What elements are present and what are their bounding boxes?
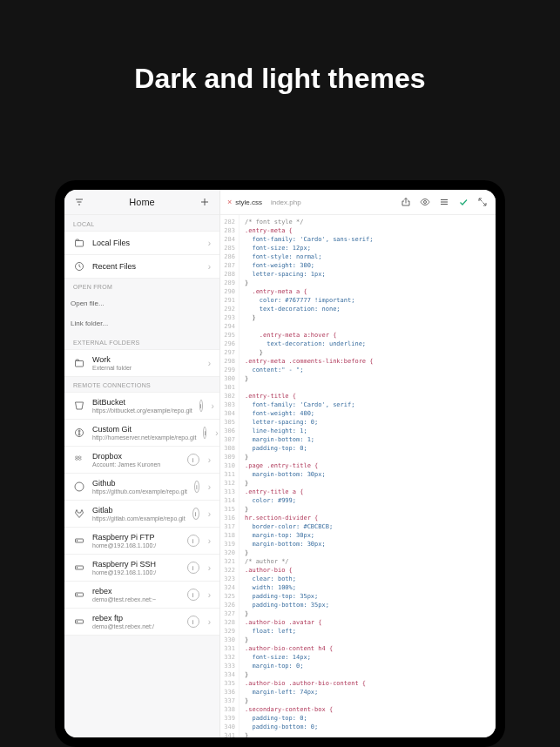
- chevron-right-icon: ›: [208, 590, 211, 600]
- item-subtitle: demo@test.rebex.net:~: [92, 596, 180, 602]
- check-icon[interactable]: [457, 196, 469, 208]
- list-item[interactable]: rebexdemo@test.rebex.net:~i›: [64, 581, 219, 609]
- list-item[interactable]: Githubhttps://github.com/example/repo.gi…: [64, 473, 219, 501]
- chevron-right-icon: ›: [208, 455, 211, 465]
- line-numbers: 282 283 284 285 286 287 288 289 290 291 …: [220, 215, 240, 737]
- info-icon[interactable]: i: [187, 589, 199, 601]
- list-item[interactable]: rebex ftpdemo@test.rebex.net:/i›: [64, 608, 219, 636]
- item-title: Local Files: [92, 239, 201, 247]
- list-item[interactable]: WorkExternal folder›: [64, 349, 219, 377]
- svg-point-18: [77, 595, 78, 596]
- github-icon: [73, 481, 85, 493]
- item-title: Dropbox: [92, 452, 180, 461]
- editor: × style.css index.php 282 283 284 285 28…: [220, 190, 496, 737]
- item-title: Work: [92, 355, 201, 364]
- item-subtitle: External folder: [92, 365, 201, 371]
- section-remote: REMOTE CONNECTIONS: [64, 376, 219, 392]
- sidebar: Home LOCAL Local Files›Recent Files› OPE…: [64, 190, 220, 737]
- item-title: Recent Files: [92, 262, 201, 271]
- list-item[interactable]: Gitlabhttps://gitlab.com/example/repo.gi…: [64, 500, 219, 528]
- chevron-right-icon: ›: [208, 482, 211, 492]
- headline: Dark and light themes: [0, 0, 560, 95]
- info-icon[interactable]: i: [187, 454, 199, 466]
- tab-index-php[interactable]: index.php: [271, 199, 301, 206]
- info-icon[interactable]: i: [199, 400, 203, 412]
- expand-icon[interactable]: [476, 196, 489, 208]
- svg-point-16: [77, 568, 78, 569]
- item-subtitle: Account: James Kuronen: [92, 461, 180, 468]
- item-subtitle: http://homeserver.net/example/repo.git: [92, 434, 196, 441]
- section-external: EXTERNAL FOLDERS: [64, 333, 219, 349]
- tab-label: style.css: [235, 199, 262, 206]
- list-item[interactable]: Local Files›: [64, 231, 219, 255]
- section-open-from: OPEN FROM: [64, 278, 219, 293]
- svg-point-12: [75, 482, 84, 491]
- folder-icon: [73, 237, 85, 249]
- editor-tabbar: × style.css index.php: [220, 190, 496, 215]
- link-folder-button[interactable]: Link folder...: [64, 313, 219, 333]
- section-local: LOCAL: [64, 215, 219, 231]
- bitbucket-icon: [73, 400, 85, 412]
- item-title: Gitlab: [92, 506, 186, 515]
- item-subtitle: https://gitlab.com/example/repo.git: [92, 515, 186, 522]
- item-title: Custom Git: [92, 425, 196, 434]
- svg-rect-5: [76, 241, 84, 247]
- share-icon[interactable]: [400, 196, 412, 208]
- code-area[interactable]: 282 283 284 285 286 287 288 289 290 291 …: [220, 215, 496, 737]
- list-item[interactable]: Raspberry Pi FTPhome@192.168.1.100:/i›: [64, 527, 219, 555]
- item-title: Raspberry Pi FTP: [92, 533, 180, 542]
- close-icon[interactable]: ×: [227, 198, 232, 206]
- svg-point-9: [78, 430, 80, 432]
- item-subtitle: demo@test.rebex.net:/: [92, 623, 180, 629]
- git-icon: [73, 427, 85, 439]
- screen: Home LOCAL Local Files›Recent Files› OPE…: [64, 190, 496, 737]
- svg-point-14: [77, 541, 78, 542]
- info-icon[interactable]: i: [194, 481, 199, 493]
- code-body[interactable]: /* font style */ .entry-meta { font-fami…: [240, 215, 496, 737]
- chevron-right-icon: ›: [208, 262, 211, 272]
- item-title: rebex: [92, 587, 180, 596]
- item-title: BitBucket: [92, 398, 192, 407]
- svg-point-10: [78, 434, 80, 435]
- server-icon: [73, 535, 85, 547]
- svg-point-20: [77, 622, 78, 622]
- svg-rect-7: [76, 361, 84, 367]
- server-icon: [73, 562, 85, 574]
- item-subtitle: home@192.168.1.100:/: [92, 542, 180, 548]
- info-icon[interactable]: i: [192, 508, 199, 520]
- info-icon[interactable]: i: [203, 427, 206, 439]
- chevron-right-icon: ›: [208, 536, 211, 546]
- list-item[interactable]: Custom Githttp://homeserver.net/example/…: [64, 419, 219, 447]
- open-file-button[interactable]: Open file...: [64, 293, 219, 313]
- item-title: Github: [92, 479, 187, 488]
- chevron-right-icon: ›: [212, 401, 214, 411]
- chevron-right-icon: ›: [208, 563, 211, 573]
- tab-style-css[interactable]: × style.css: [227, 198, 262, 206]
- filter-icon[interactable]: [73, 196, 85, 208]
- chevron-right-icon: ›: [208, 509, 211, 519]
- info-icon[interactable]: i: [187, 616, 199, 628]
- info-icon[interactable]: i: [187, 535, 199, 547]
- menu-icon[interactable]: [438, 196, 450, 208]
- add-icon[interactable]: [199, 196, 211, 208]
- item-title: Raspberry Pi SSH: [92, 560, 180, 569]
- server-icon: [73, 616, 85, 628]
- gitlab-icon: [73, 508, 85, 520]
- dropbox-icon: [73, 454, 85, 466]
- item-subtitle: home@192.168.1.100:/: [92, 569, 180, 575]
- svg-point-21: [424, 201, 427, 204]
- list-item[interactable]: Raspberry Pi SSHhome@192.168.1.100:/i›: [64, 554, 219, 582]
- clock-icon: [73, 260, 85, 273]
- list-item[interactable]: BitBuckethttps://bitbucket.org/example/r…: [64, 392, 219, 420]
- info-icon[interactable]: i: [187, 562, 199, 574]
- chevron-right-icon: ›: [215, 428, 218, 438]
- item-title: rebex ftp: [92, 614, 180, 622]
- folder-icon: [73, 357, 85, 369]
- preview-icon[interactable]: [419, 196, 431, 208]
- item-subtitle: https://github.com/example/repo.git: [92, 488, 187, 495]
- tab-label: index.php: [271, 199, 301, 206]
- chevron-right-icon: ›: [208, 617, 211, 627]
- sidebar-header: Home: [64, 190, 219, 215]
- list-item[interactable]: DropboxAccount: James Kuroneni›: [64, 446, 219, 474]
- list-item[interactable]: Recent Files›: [64, 254, 219, 279]
